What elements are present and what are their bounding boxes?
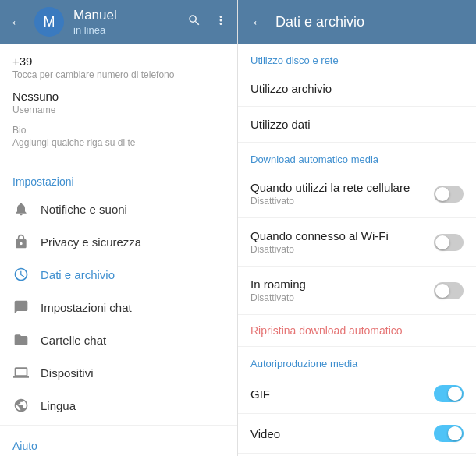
utilizzo-dati-label: Utilizzo dati — [250, 118, 464, 131]
video-toggle[interactable] — [434, 425, 464, 442]
phone-value: +39 — [12, 55, 225, 68]
clock-icon — [12, 266, 30, 283]
privacy-label: Privacy e sicurezza — [41, 235, 141, 249]
globe-icon — [12, 397, 30, 414]
rete-cellulare-row: Quando utilizzi la rete cellulare Disatt… — [238, 170, 476, 218]
roaming-sub: Disattivato — [250, 292, 434, 303]
help-section-header: Aiuto — [0, 429, 237, 456]
rete-cellulare-knob — [435, 187, 449, 201]
phone-label: Tocca per cambiare numero di telefono — [12, 69, 225, 80]
right-content: Utilizzo disco e rete Utilizzo archivio … — [238, 44, 476, 456]
sidebar-item-chat[interactable]: Impostazioni chat — [0, 291, 237, 323]
ripristina-button[interactable]: Ripristina download automatico — [238, 315, 476, 347]
roaming-text: In roaming Disattivato — [250, 277, 434, 303]
settings-section-header: Impostazioni — [0, 164, 237, 193]
gif-toggle[interactable] — [434, 385, 464, 402]
wifi-toggle[interactable] — [434, 234, 464, 251]
avatar: M — [34, 7, 64, 37]
bell-icon — [12, 200, 30, 217]
wifi-text: Quando connesso al Wi-Fi Disattivato — [250, 229, 434, 255]
gif-text: GIF — [250, 387, 434, 401]
contact-name: Manuel — [73, 8, 178, 23]
sidebar-item-dispositivi[interactable]: Dispositivi — [0, 356, 237, 389]
contact-status: in linea — [73, 24, 178, 36]
autoriproduzione-title: Autoriproduzione media — [238, 347, 476, 374]
menu-divider — [0, 425, 237, 426]
notifiche-label: Notifiche e suoni — [41, 203, 127, 216]
video-text: Video — [250, 427, 434, 440]
right-panel-title: Dati e archivio — [275, 14, 364, 30]
utilizzo-archivio-label: Utilizzo archivio — [250, 82, 464, 95]
left-panel: ← M Manuel in linea +39 Tocca per cambia… — [0, 0, 238, 456]
header-title-block: Manuel in linea — [73, 8, 178, 35]
lock-icon — [12, 233, 30, 250]
video-row: Video — [238, 414, 476, 454]
right-back-button[interactable]: ← — [250, 13, 266, 31]
profile-section: +39 Tocca per cambiare numero di telefon… — [0, 44, 237, 164]
gif-label: GIF — [250, 387, 434, 401]
devices-icon — [12, 364, 30, 381]
back-button[interactable]: ← — [9, 13, 25, 31]
video-knob — [448, 426, 462, 440]
wifi-knob — [435, 235, 449, 249]
right-panel: ← Dati e archivio Utilizzo disco e rete … — [238, 0, 476, 456]
gif-knob — [448, 387, 462, 401]
left-content: +39 Tocca per cambiare numero di telefon… — [0, 44, 237, 456]
phone-field[interactable]: +39 Tocca per cambiare numero di telefon… — [12, 55, 225, 80]
bio-field[interactable]: Bio Aggiungi qualche riga su di te — [12, 125, 225, 148]
rete-cellulare-sub: Disattivato — [250, 196, 434, 207]
sidebar-item-cartelle[interactable]: Cartelle chat — [0, 323, 237, 356]
roaming-knob — [435, 284, 449, 298]
download-title: Download automatico media — [238, 143, 476, 170]
username-field[interactable]: Nessuno Username — [12, 90, 225, 115]
roaming-label: In roaming — [250, 277, 434, 291]
wifi-row: Quando connesso al Wi-Fi Disattivato — [238, 218, 476, 267]
video-label: Video — [250, 427, 434, 440]
bio-hint: Aggiungi qualche riga su di te — [12, 137, 225, 148]
username-label: Username — [12, 104, 225, 115]
rete-cellulare-label: Quando utilizzi la rete cellulare — [250, 181, 434, 194]
disco-rete-title: Utilizzo disco e rete — [238, 44, 476, 71]
search-icon[interactable] — [187, 13, 201, 31]
sidebar-item-dati[interactable]: Dati e archivio — [0, 258, 237, 291]
gif-row: GIF — [238, 374, 476, 414]
lingua-label: Lingua — [41, 399, 76, 412]
wifi-sub: Disattivato — [250, 244, 434, 255]
roaming-row: In roaming Disattivato — [238, 267, 476, 315]
cartelle-label: Cartelle chat — [41, 334, 106, 347]
folder-icon — [12, 331, 30, 348]
rete-cellulare-text: Quando utilizzi la rete cellulare Disatt… — [250, 181, 434, 207]
dispositivi-label: Dispositivi — [41, 366, 94, 380]
header-actions — [187, 13, 228, 31]
utilizzo-archivio-text: Utilizzo archivio — [250, 82, 464, 95]
bio-title: Bio — [12, 125, 225, 136]
right-header: ← Dati e archivio — [238, 0, 476, 44]
chat-icon — [12, 299, 30, 316]
left-header: ← M Manuel in linea — [0, 0, 237, 44]
wifi-label: Quando connesso al Wi-Fi — [250, 229, 434, 242]
dati-label: Dati e archivio — [41, 268, 115, 281]
sidebar-item-notifiche[interactable]: Notifiche e suoni — [0, 193, 237, 225]
more-options-icon[interactable] — [214, 13, 228, 31]
rete-cellulare-toggle[interactable] — [434, 186, 464, 203]
utilizzo-dati-text: Utilizzo dati — [250, 118, 464, 131]
utilizzo-archivio-row[interactable]: Utilizzo archivio — [238, 71, 476, 107]
username-value: Nessuno — [12, 90, 225, 103]
utilizzo-dati-row[interactable]: Utilizzo dati — [238, 107, 476, 143]
chat-label: Impostazioni chat — [41, 301, 132, 314]
roaming-toggle[interactable] — [434, 282, 464, 299]
sidebar-item-lingua[interactable]: Lingua — [0, 389, 237, 422]
sidebar-item-privacy[interactable]: Privacy e sicurezza — [0, 225, 237, 258]
